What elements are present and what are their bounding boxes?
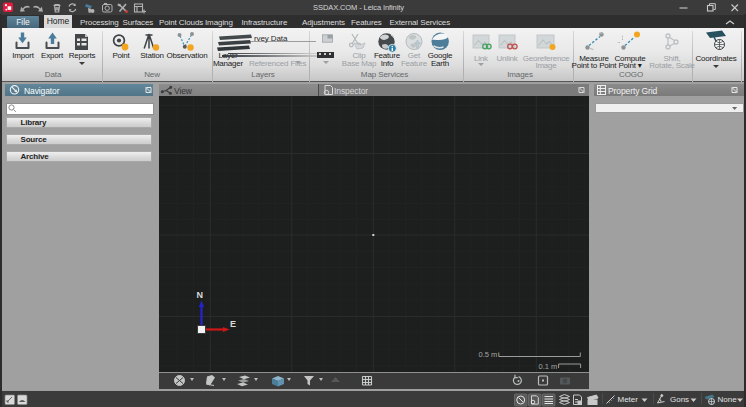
svg-text:N: N [197,290,204,300]
svg-text:0.1 m: 0.1 m [539,361,558,370]
svg-text:E: E [230,319,236,329]
svg-text:0.5 m: 0.5 m [479,350,498,359]
